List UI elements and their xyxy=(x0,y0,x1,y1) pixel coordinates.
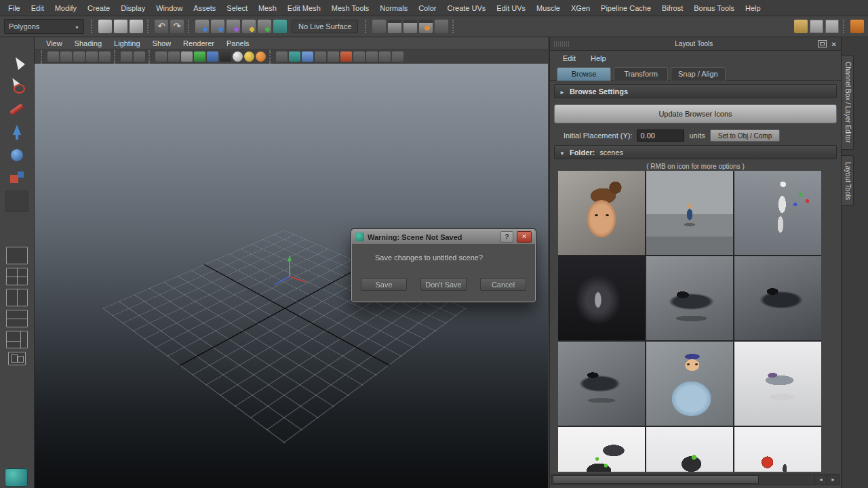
separator[interactable] xyxy=(147,20,151,33)
bookmark-icon[interactable] xyxy=(86,52,98,62)
panel-menu-lighting[interactable]: Lighting xyxy=(108,39,146,47)
open-scene-icon[interactable] xyxy=(114,20,127,33)
lock-camera-icon[interactable] xyxy=(60,52,72,62)
menu-color[interactable]: Color xyxy=(413,0,441,16)
menu-normals[interactable]: Normals xyxy=(374,0,413,16)
panel-menu-renderer[interactable]: Renderer xyxy=(177,39,220,47)
menu-help[interactable]: Help xyxy=(740,0,766,16)
rotate-tool[interactable] xyxy=(5,144,28,166)
save-button[interactable]: Save xyxy=(361,278,407,291)
tab-transform[interactable]: Transform xyxy=(614,67,668,81)
grip-icon[interactable] xyxy=(91,20,94,33)
snap-to-points-icon[interactable] xyxy=(226,20,240,33)
camera-attributes-icon[interactable] xyxy=(73,52,85,62)
dialog-titlebar[interactable]: Warning: Scene Not Saved xyxy=(352,230,535,244)
cancel-button[interactable]: Cancel xyxy=(480,278,526,291)
menu-xgen[interactable]: XGen xyxy=(566,0,595,16)
textured-icon[interactable] xyxy=(181,52,193,62)
menu-create[interactable]: Create xyxy=(82,0,115,16)
paint-effects-icon[interactable] xyxy=(794,20,808,33)
persp-outliner-layout-button[interactable] xyxy=(6,289,28,306)
drag-grip-icon[interactable] xyxy=(554,41,570,47)
close-icon[interactable] xyxy=(517,231,532,243)
menu-create-uvs[interactable]: Create UVs xyxy=(441,0,491,16)
separator[interactable] xyxy=(114,50,117,64)
dont-save-button[interactable]: Don't Save xyxy=(420,278,467,291)
shaded-icon[interactable] xyxy=(168,52,180,62)
separator[interactable] xyxy=(269,50,273,64)
render-settings-icon[interactable] xyxy=(435,20,448,33)
single-pane-layout-button[interactable] xyxy=(6,247,28,264)
separator[interactable] xyxy=(365,20,368,33)
two-d-pan-zoom-icon[interactable] xyxy=(121,52,132,62)
undo-icon[interactable] xyxy=(155,20,168,33)
menu-edit-uvs[interactable]: Edit UVs xyxy=(491,0,531,16)
save-scene-icon[interactable] xyxy=(130,20,143,33)
thumbnail-mannequin-walk[interactable] xyxy=(734,171,821,255)
snap-to-view-planes-icon[interactable] xyxy=(258,20,271,33)
menu-edit-mesh[interactable]: Edit Mesh xyxy=(282,0,326,16)
snap-to-curves-icon[interactable] xyxy=(211,20,224,33)
hypershade-persp-layout-button[interactable] xyxy=(6,331,28,348)
thumbnail-fat-character[interactable] xyxy=(646,342,733,426)
workspace-icon[interactable] xyxy=(850,20,864,33)
motion-blur-icon[interactable] xyxy=(233,52,243,62)
menu-modify[interactable]: Modify xyxy=(50,0,82,16)
construction-history-icon[interactable] xyxy=(372,20,386,33)
separator[interactable] xyxy=(843,20,846,33)
thumbnail-dark-figure[interactable] xyxy=(558,256,645,340)
paint-select-tool[interactable] xyxy=(5,98,28,120)
thumbnail-spaceship-light[interactable] xyxy=(734,342,821,426)
folder-header[interactable]: Folder: scenes xyxy=(554,145,837,159)
menu-pipeline-cache[interactable]: Pipeline Cache xyxy=(595,0,656,16)
thumbnail-spaceship-c[interactable] xyxy=(558,342,645,426)
make-live-icon[interactable] xyxy=(273,20,287,33)
snap-to-grids-icon[interactable] xyxy=(195,20,209,33)
grease-pencil-icon[interactable] xyxy=(353,52,365,62)
snap-to-projected-center-icon[interactable] xyxy=(242,20,256,33)
separator[interactable] xyxy=(188,20,191,33)
menu-assets[interactable]: Assets xyxy=(188,0,221,16)
thumbnail-controller-light[interactable] xyxy=(646,427,733,472)
last-tool-slot[interactable] xyxy=(5,190,28,212)
film-gate-icon[interactable] xyxy=(379,52,391,62)
panel-menu-show[interactable]: Show xyxy=(146,39,178,47)
thumbnail-spaceship-a[interactable] xyxy=(646,256,733,340)
move-tool[interactable] xyxy=(5,121,28,143)
persp-graph-layout-button[interactable] xyxy=(6,310,28,327)
isolate-select-icon[interactable] xyxy=(276,52,288,62)
update-browser-icons-button[interactable]: Update Browser Icons xyxy=(554,104,837,123)
grip-icon[interactable] xyxy=(41,50,44,64)
oversampling-icon[interactable] xyxy=(134,52,145,62)
menu-display[interactable]: Display xyxy=(115,0,151,16)
gamma-icon[interactable] xyxy=(328,52,339,62)
thumbnail-toy-red-blue[interactable] xyxy=(734,427,821,472)
menu-file[interactable]: File xyxy=(3,0,26,16)
separator[interactable] xyxy=(149,50,152,64)
menu-bifrost[interactable]: Bifrost xyxy=(656,0,688,16)
menu-edit[interactable]: Edit xyxy=(26,0,50,16)
set-to-obj-comp-button[interactable]: Set to Obj / Comp xyxy=(710,129,780,142)
scroll-right-icon[interactable] xyxy=(827,474,839,485)
menu-window[interactable]: Window xyxy=(151,0,188,16)
menuset-dropdown[interactable]: Polygons xyxy=(4,19,84,34)
tab-browse[interactable]: Browse xyxy=(557,67,611,81)
browse-settings-header[interactable]: Browse Settings xyxy=(554,84,837,98)
open-render-view-icon[interactable] xyxy=(388,20,401,33)
popout-icon[interactable] xyxy=(818,40,827,47)
xray-joints-icon[interactable] xyxy=(302,52,313,62)
redo-icon[interactable] xyxy=(170,20,184,33)
layout-tools-menu-help[interactable]: Help xyxy=(583,54,614,62)
select-camera-icon[interactable] xyxy=(47,52,59,62)
separator[interactable] xyxy=(452,20,456,33)
tab-channel-box-layer-editor[interactable]: Channel Box / Layer Editor xyxy=(842,55,854,150)
thumbnail-controllers-dark[interactable] xyxy=(558,427,645,472)
thumbnail-spaceship-b[interactable] xyxy=(734,256,821,340)
initial-placement-input[interactable] xyxy=(637,129,684,142)
help-icon[interactable] xyxy=(500,231,513,243)
image-plane-icon[interactable] xyxy=(99,52,111,62)
layout-tools-menu-edit[interactable]: Edit xyxy=(555,54,583,62)
select-tool[interactable] xyxy=(5,52,28,74)
grid-layout-icon[interactable] xyxy=(810,20,823,33)
four-pane-layout-button[interactable] xyxy=(6,268,28,285)
